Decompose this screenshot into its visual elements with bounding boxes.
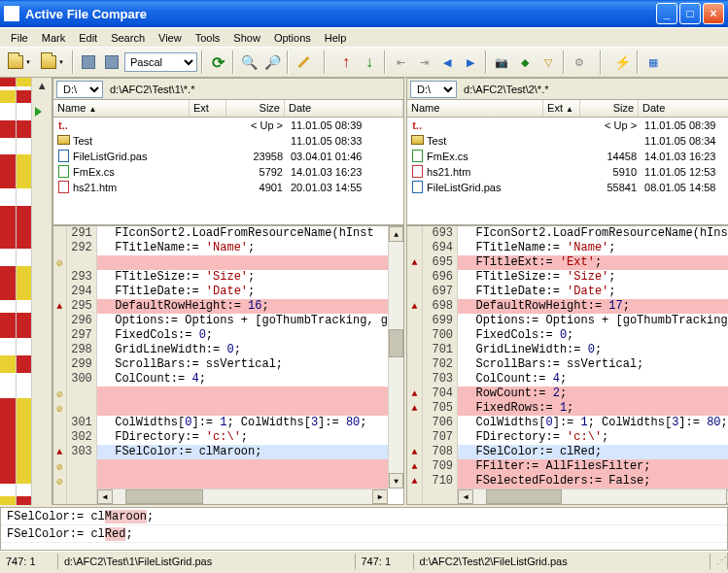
syntax-select[interactable]: Pascal (124, 52, 197, 72)
left-file-header[interactable]: Name ▲ Ext Size Date (53, 100, 403, 118)
edit-button[interactable] (293, 51, 314, 73)
minimize-button[interactable]: _ (656, 3, 677, 24)
app-icon (4, 6, 19, 21)
file-row[interactable]: hs21.htm591011.01.05 12:53 (407, 164, 728, 180)
window-title: Active File Compare (23, 7, 656, 21)
recompare-button[interactable]: ⟳ (207, 51, 228, 73)
menu-options[interactable]: Options (267, 30, 318, 46)
close-button[interactable]: × (703, 3, 724, 24)
left-vscroll[interactable]: ▲▼ (388, 226, 403, 489)
save-left-button[interactable] (78, 51, 99, 73)
next-diff-button[interactable]: ↓ (359, 51, 380, 73)
prev-diff-button[interactable]: ↑ (335, 51, 357, 73)
right-file-header[interactable]: Name Ext ▲ Size Date (407, 100, 728, 118)
ignore-button[interactable]: ◆ (514, 51, 536, 73)
menu-file[interactable]: File (4, 30, 35, 46)
last-diff-button[interactable]: ⇥ (413, 51, 434, 73)
filter-button[interactable]: ▽ (537, 51, 559, 73)
menubar: FileMarkEditSearchViewToolsShowOptionsHe… (0, 27, 728, 47)
left-drive-select[interactable]: D:\ (56, 81, 103, 98)
file-row[interactable]: t..< Up >11.01.05 08:39 (407, 118, 728, 133)
open-right-button[interactable]: ▼ (37, 54, 68, 70)
save-right-button[interactable] (101, 51, 122, 73)
file-row[interactable]: FileListGrid.pas2395803.04.01 01:46 (53, 149, 403, 164)
toolbar: ▼ ▼ Pascal ⟳ 🔍 🔎 ↑ ↓ ⇤ ⇥ ◀ ▶ 📷 ◆ ▽ ⚙ ⚡ ▦ (0, 47, 728, 78)
right-code-pane[interactable]: ▲▲▲▲▲▲▲ 69369469569669769869970070170270… (406, 225, 728, 505)
menu-tools[interactable]: Tools (189, 30, 227, 46)
left-cursor-pos: 747: 1 (0, 554, 58, 569)
menu-search[interactable]: Search (104, 30, 152, 46)
file-row[interactable]: t..< Up >11.01.05 08:39 (53, 118, 403, 133)
file-row[interactable]: FileListGrid.pas5584108.01.05 14:58 (407, 180, 728, 195)
right-cursor-pos: 747: 1 (356, 554, 414, 569)
view-mode-button[interactable]: ▦ (642, 51, 664, 73)
open-left-button[interactable]: ▼ (4, 54, 35, 70)
current-diff-indicator (35, 107, 42, 117)
menu-show[interactable]: Show (226, 30, 267, 46)
first-diff-button[interactable]: ⇤ (390, 51, 411, 73)
camera-button[interactable]: 📷 (491, 51, 512, 73)
maximize-button[interactable]: □ (679, 3, 701, 24)
resize-grip[interactable]: ⋰ (711, 553, 728, 569)
right-drive-select[interactable]: D:\ (410, 81, 457, 98)
file-row[interactable]: FmEx.cs1445814.01.03 16:23 (407, 149, 728, 164)
left-hscroll[interactable]: ◀▶ (97, 489, 388, 504)
menu-edit[interactable]: Edit (72, 30, 104, 46)
file-row[interactable]: FmEx.cs579214.01.03 16:23 (53, 164, 403, 180)
line-detail-pane: FSelColor:= clMaroon;FSelColor:= clRed; (0, 507, 728, 551)
file-row[interactable]: Test11.01.05 08:33 (53, 133, 403, 149)
left-file-pane: D:\ d:\AFC2\Test\1\*.* Name ▲ Ext Size D… (52, 78, 404, 225)
menu-help[interactable]: Help (318, 30, 354, 46)
options-button[interactable]: ⚙ (569, 51, 590, 73)
left-code-pane[interactable]: ⊘▲⊘⊘▲⊘⊘ 29129229329429529629729829930030… (52, 225, 404, 505)
overview-up-button[interactable]: ▲ (35, 80, 49, 91)
left-status-path: d:\AFC2\Test\1\FileListGrid.pas (58, 554, 356, 569)
file-row[interactable]: Test11.01.05 08:34 (407, 133, 728, 149)
right-path: d:\AFC2\Test\2\*.* (460, 84, 728, 95)
left-path: d:\AFC2\Test\1\*.* (106, 84, 400, 95)
lightning-button[interactable]: ⚡ (611, 51, 633, 73)
find-next-button[interactable]: 🔎 (261, 51, 283, 73)
copy-left-button[interactable]: ◀ (436, 51, 458, 73)
right-status-path: d:\AFC2\Test\2\FileListGrid.pas (414, 554, 711, 569)
find-button[interactable]: 🔍 (238, 51, 260, 73)
menu-view[interactable]: View (152, 30, 189, 46)
file-row[interactable]: hs21.htm490120.01.03 14:55 (53, 180, 403, 195)
menu-mark[interactable]: Mark (35, 30, 72, 46)
diff-overview[interactable]: ▲ (0, 78, 52, 505)
right-hscroll[interactable]: ◀▶ (458, 489, 728, 504)
copy-right-button[interactable]: ▶ (460, 51, 481, 73)
statusbar: 747: 1 d:\AFC2\Test\1\FileListGrid.pas 7… (0, 551, 728, 570)
right-file-pane: D:\ d:\AFC2\Test\2\*.* Name Ext ▲ Size D… (406, 78, 728, 225)
titlebar: Active File Compare _ □ × (0, 0, 728, 27)
